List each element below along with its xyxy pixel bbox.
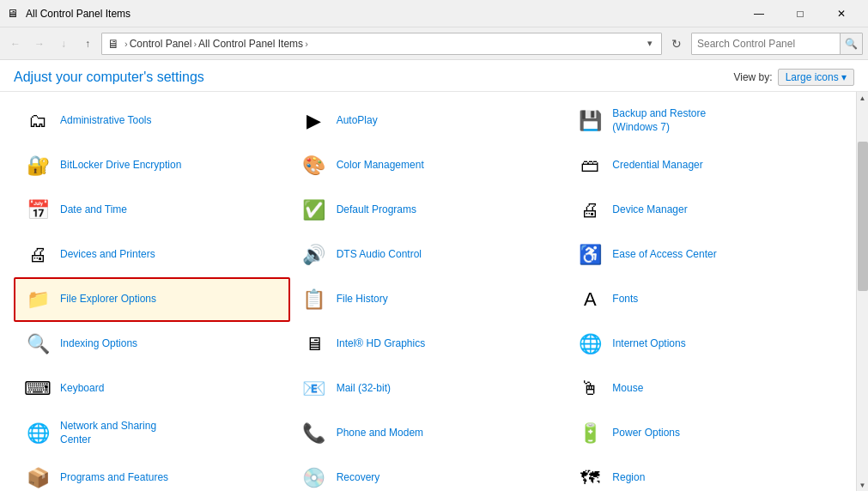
network-sharing-icon: 🌐 xyxy=(22,418,53,449)
phone-modem-icon: 📞 xyxy=(299,418,330,449)
recovery-icon: 💿 xyxy=(299,463,330,491)
intel-graphics-icon: 🖥 xyxy=(299,329,330,360)
keyboard-label: Keyboard xyxy=(60,382,104,396)
panel-item-devices-printers[interactable]: 🖨Devices and Printers xyxy=(14,233,290,277)
scroll-up-button[interactable]: ▲ xyxy=(857,92,869,104)
panel-item-date-time[interactable]: 📅Date and Time xyxy=(14,188,290,233)
bitlocker-icon: 🔐 xyxy=(22,150,53,181)
up-button[interactable]: ↑ xyxy=(77,33,98,54)
dts-audio-label: DTS Audio Control xyxy=(337,248,422,262)
admin-tools-icon: 🗂 xyxy=(22,106,53,136)
refresh-button[interactable]: ↻ xyxy=(665,33,688,55)
credential-mgr-icon: 🗃 xyxy=(574,150,605,181)
close-button[interactable]: ✕ xyxy=(822,0,861,27)
titlebar-icon: 🖥 xyxy=(7,7,21,21)
forward-button[interactable]: → xyxy=(29,33,50,54)
items-grid: 🗂Administrative Tools▶AutoPlay💾Backup an… xyxy=(0,92,856,491)
panel-item-region[interactable]: 🗺Region xyxy=(566,456,842,491)
breadcrumb-icon: 🖥 xyxy=(107,37,119,51)
panel-item-programs-features[interactable]: 📦Programs and Features xyxy=(14,456,290,491)
panel-item-dts-audio[interactable]: 🔊DTS Audio Control xyxy=(290,233,567,277)
fonts-label: Fonts xyxy=(612,293,638,306)
minimize-button[interactable]: — xyxy=(739,0,779,27)
file-explorer-icon: 📁 xyxy=(22,284,53,315)
file-explorer-label: File Explorer Options xyxy=(60,293,156,306)
mail-icon: 📧 xyxy=(299,373,330,404)
programs-features-label: Programs and Features xyxy=(60,471,168,485)
scroll-down-button[interactable]: ▼ xyxy=(857,479,869,491)
breadcrumb-all-items[interactable]: All Control Panel Items xyxy=(198,38,303,50)
ease-access-icon: ♿ xyxy=(574,239,605,270)
color-mgmt-icon: 🎨 xyxy=(299,150,330,181)
scroll-track[interactable] xyxy=(857,104,869,479)
address-box[interactable]: 🖥 › Control Panel › All Control Panel It… xyxy=(101,33,662,55)
dts-audio-icon: 🔊 xyxy=(299,239,330,270)
backup-restore-icon: 💾 xyxy=(574,106,605,136)
default-programs-icon: ✅ xyxy=(299,195,330,226)
panel-item-power-options[interactable]: 🔋Power Options xyxy=(566,411,842,456)
file-history-label: File History xyxy=(337,293,388,306)
admin-tools-label: Administrative Tools xyxy=(60,114,152,128)
device-manager-label: Device Manager xyxy=(612,203,687,217)
view-by-dropdown[interactable]: Large icons ▾ xyxy=(778,69,854,86)
panel-item-network-sharing[interactable]: 🌐Network and Sharing Center xyxy=(14,411,290,456)
panel-item-default-programs[interactable]: ✅Default Programs xyxy=(290,188,567,233)
panel-item-admin-tools[interactable]: 🗂Administrative Tools xyxy=(14,99,290,143)
search-box: 🔍 xyxy=(691,33,863,55)
panel-item-device-manager[interactable]: 🖨Device Manager xyxy=(566,188,842,233)
down-button[interactable]: ↓ xyxy=(53,33,74,54)
panel-item-file-history[interactable]: 📋File History xyxy=(290,277,567,322)
keyboard-icon: ⌨ xyxy=(22,373,53,404)
maximize-button[interactable]: □ xyxy=(780,0,820,27)
panel-item-intel-graphics[interactable]: 🖥Intel® HD Graphics xyxy=(290,322,567,367)
search-input[interactable] xyxy=(692,38,840,50)
region-icon: 🗺 xyxy=(574,463,605,491)
view-by-label: View by: xyxy=(733,71,772,83)
recovery-label: Recovery xyxy=(337,471,380,485)
date-time-label: Date and Time xyxy=(60,203,127,217)
breadcrumb-sep3: › xyxy=(305,39,308,49)
titlebar: 🖥 All Control Panel Items — □ ✕ xyxy=(0,0,868,27)
panel-item-keyboard[interactable]: ⌨Keyboard xyxy=(14,367,290,411)
region-label: Region xyxy=(612,471,645,485)
address-dropdown[interactable]: ▾ xyxy=(644,38,656,49)
power-options-label: Power Options xyxy=(612,427,680,440)
titlebar-title: All Control Panel Items xyxy=(26,8,739,20)
panel-item-ease-access[interactable]: ♿Ease of Access Center xyxy=(566,233,842,277)
panel-item-mail[interactable]: 📧Mail (32-bit) xyxy=(290,367,567,411)
power-options-icon: 🔋 xyxy=(574,418,605,449)
date-time-icon: 📅 xyxy=(22,195,53,226)
panel-item-indexing[interactable]: 🔍Indexing Options xyxy=(14,322,290,367)
panel-item-color-mgmt[interactable]: 🎨Color Management xyxy=(290,143,567,188)
devices-printers-label: Devices and Printers xyxy=(60,248,155,262)
addressbar: ← → ↓ ↑ 🖥 › Control Panel › All Control … xyxy=(0,27,868,60)
breadcrumb-sep2: › xyxy=(193,39,197,49)
view-by-container: View by: Large icons ▾ xyxy=(733,69,854,86)
backup-restore-label: Backup and Restore (Windows 7) xyxy=(612,107,706,134)
intel-graphics-label: Intel® HD Graphics xyxy=(337,337,426,351)
scroll-thumb[interactable] xyxy=(858,142,868,292)
panel-item-backup-restore[interactable]: 💾Backup and Restore (Windows 7) xyxy=(566,99,842,143)
bitlocker-label: BitLocker Drive Encryption xyxy=(60,159,181,173)
phone-modem-label: Phone and Modem xyxy=(337,427,423,440)
scrollbar: ▲ ▼ xyxy=(856,92,868,491)
panel-item-bitlocker[interactable]: 🔐BitLocker Drive Encryption xyxy=(14,143,290,188)
panel-item-credential-mgr[interactable]: 🗃Credential Manager xyxy=(566,143,842,188)
device-manager-icon: 🖨 xyxy=(574,195,605,226)
breadcrumb-sep1: › xyxy=(124,39,128,49)
panel-item-recovery[interactable]: 💿Recovery xyxy=(290,456,567,491)
panel-item-fonts[interactable]: AFonts xyxy=(566,277,842,322)
main-header: Adjust your computer's settings View by:… xyxy=(0,60,868,92)
panel-item-internet-options[interactable]: 🌐Internet Options xyxy=(566,322,842,367)
mouse-icon: 🖱 xyxy=(574,373,605,404)
search-button[interactable]: 🔍 xyxy=(840,33,862,55)
autoplay-icon: ▶ xyxy=(299,106,330,136)
panel-item-file-explorer[interactable]: 📁File Explorer Options xyxy=(14,277,290,322)
indexing-label: Indexing Options xyxy=(60,337,137,351)
panel-item-mouse[interactable]: 🖱Mouse xyxy=(566,367,842,411)
panel-item-autoplay[interactable]: ▶AutoPlay xyxy=(290,99,567,143)
breadcrumb-control-panel[interactable]: Control Panel xyxy=(130,38,192,50)
back-button[interactable]: ← xyxy=(5,33,26,54)
panel-item-phone-modem[interactable]: 📞Phone and Modem xyxy=(290,411,567,456)
network-sharing-label: Network and Sharing Center xyxy=(60,420,156,446)
